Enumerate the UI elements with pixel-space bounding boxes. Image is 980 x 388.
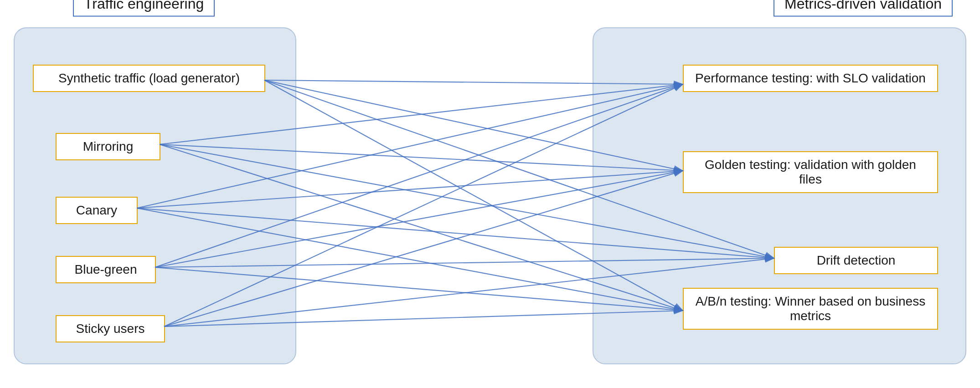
perf-label: Performance testing: with SLO validation — [695, 71, 926, 85]
node-golden: Golden testing: validation with golden f… — [683, 151, 938, 193]
right-group-title: Metrics-driven validation — [774, 0, 953, 17]
left-group-title: Traffic engineering — [73, 0, 215, 17]
node-mirroring: Mirroring — [56, 133, 160, 160]
golden-label: Golden testing: validation with golden f… — [705, 158, 916, 186]
abn-label: A/B/n testing: Winner based on business … — [696, 294, 925, 323]
drift-label: Drift detection — [817, 253, 896, 267]
node-synthetic: Synthetic traffic (load generator) — [33, 65, 265, 92]
node-abn: A/B/n testing: Winner based on business … — [683, 288, 938, 330]
left-group: Synthetic traffic (load generator) Mirro… — [14, 27, 296, 364]
right-group-title-text: Metrics-driven validation — [784, 0, 942, 12]
right-group: Performance testing: with SLO validation… — [593, 27, 966, 364]
synthetic-label: Synthetic traffic (load generator) — [58, 71, 240, 85]
bluegreen-label: Blue-green — [75, 262, 137, 276]
diagram-container: Synthetic traffic (load generator) Mirro… — [0, 0, 980, 388]
mirroring-label: Mirroring — [83, 139, 133, 153]
node-canary: Canary — [56, 197, 138, 224]
node-sticky: Sticky users — [56, 315, 165, 342]
node-perf: Performance testing: with SLO validation — [683, 65, 938, 92]
left-group-title-text: Traffic engineering — [84, 0, 204, 12]
node-drift: Drift detection — [774, 247, 938, 274]
sticky-label: Sticky users — [76, 322, 145, 336]
node-bluegreen: Blue-green — [56, 256, 156, 283]
canary-label: Canary — [76, 203, 117, 217]
